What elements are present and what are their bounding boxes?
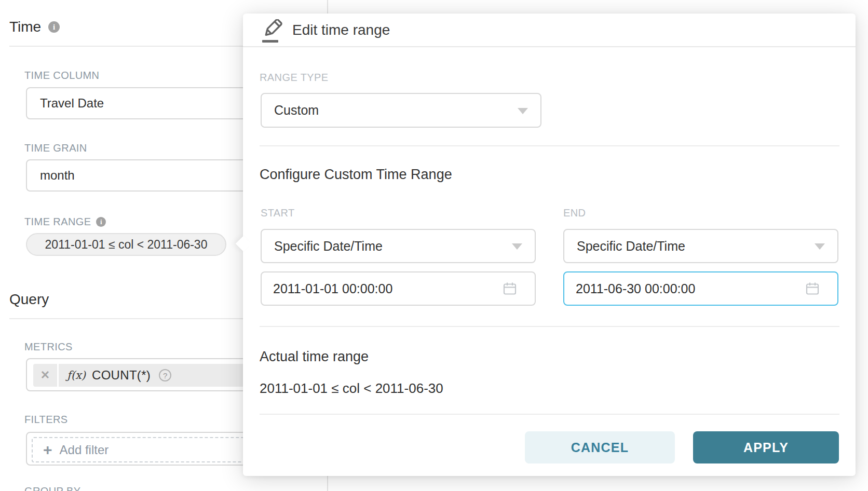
help-icon[interactable]: ? <box>159 369 171 381</box>
calendar-icon[interactable] <box>805 281 820 298</box>
metric-name: COUNT(*) <box>92 368 151 383</box>
time-column-value: Travel Date <box>40 96 104 111</box>
configure-heading: Configure Custom Time Range <box>260 167 452 183</box>
chevron-down-icon <box>518 108 528 114</box>
plus-icon: + <box>43 442 52 458</box>
group-by-label: GROUP BY <box>24 485 80 491</box>
explore-page: Time i TIME COLUMN Travel Date TIME GRAI… <box>0 0 868 491</box>
info-icon[interactable]: i <box>96 217 106 227</box>
remove-metric-icon[interactable]: ✕ <box>33 369 57 382</box>
cancel-button[interactable]: CANCEL <box>525 431 675 463</box>
chip-separator <box>57 364 59 387</box>
time-range-label: TIME RANGE i <box>24 216 106 228</box>
function-icon: ƒ(x) <box>67 369 86 381</box>
actual-range-heading: Actual time range <box>260 349 369 365</box>
info-icon[interactable]: i <box>48 21 60 33</box>
start-date-field <box>261 271 536 306</box>
end-label: END <box>563 207 586 219</box>
calendar-icon[interactable] <box>503 281 517 298</box>
time-section-heading: Time i <box>9 19 60 35</box>
chevron-down-icon <box>512 243 522 250</box>
start-mode-select[interactable]: Specific Date/Time <box>261 229 536 263</box>
actual-range-value: 2011-01-01 ≤ col < 2011-06-30 <box>260 380 443 397</box>
time-column-label: TIME COLUMN <box>24 70 99 81</box>
time-grain-value: month <box>40 168 75 183</box>
range-type-select[interactable]: Custom <box>261 93 541 128</box>
range-type-label: RANGE TYPE <box>260 72 329 84</box>
time-range-pill[interactable]: 2011-01-01 ≤ col < 2011-06-30 <box>26 233 226 256</box>
time-range-pill-text: 2011-01-01 ≤ col < 2011-06-30 <box>45 238 208 252</box>
end-mode-select[interactable]: Specific Date/Time <box>563 229 838 263</box>
time-section-title: Time <box>9 19 41 35</box>
popover-header: Edit time range <box>243 13 856 47</box>
modal-divider <box>260 145 839 146</box>
edit-time-range-popover: Edit time range RANGE TYPE Custom Config… <box>243 13 856 476</box>
start-date-input[interactable] <box>262 272 535 305</box>
add-filter-label: Add filter <box>60 443 109 457</box>
footer-divider <box>260 414 839 415</box>
end-mode-value: Specific Date/Time <box>577 239 685 254</box>
end-date-input[interactable] <box>564 272 837 305</box>
start-mode-value: Specific Date/Time <box>274 239 383 254</box>
popover-title: Edit time range <box>292 22 390 38</box>
query-section-heading: Query <box>9 291 49 308</box>
modal-divider <box>260 326 839 327</box>
chevron-down-icon <box>815 243 825 250</box>
filters-label: FILTERS <box>24 414 68 426</box>
metrics-label: METRICS <box>24 341 73 353</box>
range-type-value: Custom <box>274 103 319 118</box>
apply-button[interactable]: APPLY <box>693 431 839 463</box>
popover-arrow <box>236 236 251 252</box>
pencil-icon <box>261 19 283 45</box>
start-label: START <box>261 207 295 219</box>
time-grain-label: TIME GRAIN <box>24 142 87 154</box>
end-date-field <box>563 271 838 306</box>
